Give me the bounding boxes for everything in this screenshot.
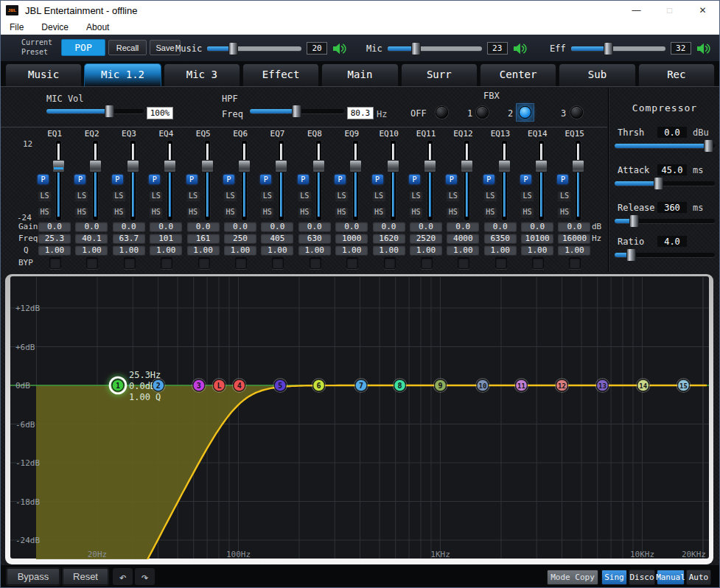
eq-q-value[interactable]: 1.00 — [410, 245, 442, 255]
menu-item-about[interactable]: About — [77, 22, 118, 32]
tab-center[interactable]: Center — [480, 63, 556, 86]
eq-gain-slider[interactable] — [238, 141, 251, 220]
eq-response-graph[interactable]: +12dB+6dB0dB-6dB-12dB-18dB-24dB20Hz100Hz… — [1, 273, 720, 567]
tab-sub[interactable]: Sub — [559, 63, 635, 86]
eq-freq-value[interactable]: 630 — [298, 234, 331, 243]
eq-freq-value[interactable]: 16000 — [558, 234, 590, 243]
high-shelf-button[interactable]: HS — [74, 207, 88, 217]
eq-bypass-checkbox[interactable] — [235, 257, 247, 269]
peak-filter-button[interactable]: P — [520, 175, 531, 184]
eq-slider-thumb[interactable] — [572, 160, 584, 172]
eq-point-15[interactable]: 15 — [677, 379, 691, 393]
minimize-button[interactable]: — — [620, 1, 653, 20]
eq-q-value[interactable]: 1.00 — [558, 245, 590, 255]
eq-gain-slider[interactable] — [387, 141, 400, 220]
eq-freq-value[interactable]: 250 — [224, 234, 256, 243]
eq-bypass-checkbox[interactable] — [124, 257, 136, 269]
redo-icon[interactable]: ↷ — [135, 568, 155, 585]
eq-gain-value[interactable]: 0.0 — [75, 222, 108, 231]
slider[interactable] — [250, 105, 344, 117]
eq-q-value[interactable]: 1.00 — [38, 245, 71, 255]
slider-thumb[interactable] — [629, 214, 639, 228]
eq-bypass-checkbox[interactable] — [346, 257, 358, 269]
compressor-param-value[interactable]: 4.0 — [657, 236, 687, 247]
eq-q-value[interactable]: 1.00 — [521, 245, 553, 255]
peak-filter-button[interactable]: P — [74, 175, 85, 184]
eq-gain-value[interactable]: 0.0 — [447, 222, 479, 231]
tab-mic-1-2[interactable]: Mic 1.2 — [84, 63, 161, 86]
eq-freq-value[interactable]: 1620 — [373, 234, 405, 243]
eq-point-L[interactable]: L — [212, 379, 226, 393]
peak-filter-button[interactable]: P — [298, 175, 309, 184]
eq-gain-value[interactable]: 0.0 — [298, 222, 331, 231]
high-shelf-button[interactable]: HS — [557, 207, 571, 217]
fbx-radio-off[interactable] — [436, 106, 448, 119]
eq-freq-value[interactable]: 4000 — [447, 234, 479, 243]
mode-button-sing[interactable]: Sing — [601, 570, 627, 585]
tab-effect[interactable]: Effect — [242, 63, 319, 86]
eq-gain-slider[interactable] — [349, 141, 363, 220]
eq-gain-value[interactable]: 0.0 — [410, 222, 442, 231]
eq-gain-value[interactable]: 0.0 — [187, 222, 220, 231]
slider-thumb[interactable] — [292, 105, 301, 118]
eq-gain-value[interactable]: 0.0 — [558, 222, 590, 231]
eq-point-5[interactable]: 5 — [273, 379, 287, 393]
eq-freq-value[interactable]: 63.7 — [113, 234, 145, 243]
bypass-button[interactable]: Bypass — [7, 568, 60, 585]
slider[interactable] — [615, 178, 715, 189]
eq-q-value[interactable]: 1.00 — [150, 245, 182, 255]
compressor-param-value[interactable]: 0.0 — [657, 127, 687, 138]
eq-point-11[interactable]: 11 — [514, 379, 528, 393]
tab-mic-3[interactable]: Mic 3 — [164, 63, 240, 86]
eq-gain-value[interactable]: 0.0 — [224, 222, 256, 231]
speaker-icon[interactable] — [513, 43, 527, 55]
eq-slider-thumb[interactable] — [52, 160, 65, 172]
eq-bypass-checkbox[interactable] — [569, 257, 581, 269]
low-shelf-button[interactable]: LS — [149, 191, 163, 200]
low-shelf-button[interactable]: LS — [186, 191, 200, 200]
eq-gain-value[interactable]: 0.0 — [373, 222, 405, 231]
eq-bypass-checkbox[interactable] — [161, 257, 172, 269]
eq-slider-thumb[interactable] — [535, 160, 548, 172]
eq-slider-thumb[interactable] — [387, 160, 399, 172]
slider[interactable] — [388, 43, 482, 55]
high-shelf-button[interactable]: HS — [520, 207, 534, 217]
eq-gain-slider[interactable] — [164, 141, 177, 220]
peak-filter-button[interactable]: P — [112, 175, 123, 184]
eq-point-12[interactable]: 12 — [555, 379, 569, 393]
low-shelf-button[interactable]: LS — [446, 191, 460, 200]
low-shelf-button[interactable]: LS — [112, 191, 126, 200]
high-shelf-button[interactable]: HS — [223, 207, 237, 217]
slider-thumb[interactable] — [704, 139, 713, 153]
peak-filter-button[interactable]: P — [260, 175, 271, 184]
eq-freq-value[interactable]: 1000 — [335, 234, 368, 243]
eq-gain-slider[interactable] — [89, 141, 102, 220]
eq-point-13[interactable]: 13 — [595, 379, 609, 393]
close-button[interactable]: ✕ — [686, 1, 719, 20]
undo-icon[interactable]: ↶ — [113, 568, 133, 585]
eq-bypass-checkbox[interactable] — [532, 257, 544, 269]
compressor-param-value[interactable]: 360 — [657, 202, 687, 213]
eq-gain-slider[interactable] — [275, 141, 288, 220]
high-shelf-button[interactable]: HS — [260, 207, 274, 217]
speaker-icon[interactable] — [332, 43, 346, 55]
speaker-icon[interactable] — [696, 43, 710, 55]
eq-gain-slider[interactable] — [52, 141, 66, 220]
slider-thumb[interactable] — [105, 105, 114, 118]
low-shelf-button[interactable]: LS — [335, 191, 349, 200]
recall-button[interactable]: Recall — [108, 40, 147, 55]
low-shelf-button[interactable]: LS — [38, 191, 52, 200]
eq-gain-value[interactable]: 0.0 — [150, 222, 182, 231]
eq-slider-thumb[interactable] — [349, 160, 362, 172]
low-shelf-button[interactable]: LS — [483, 191, 497, 200]
slider[interactable] — [46, 105, 144, 117]
high-shelf-button[interactable]: HS — [483, 207, 497, 217]
eq-point-10[interactable]: 10 — [476, 379, 490, 393]
high-shelf-button[interactable]: HS — [335, 207, 349, 217]
eq-bypass-checkbox[interactable] — [198, 257, 210, 269]
peak-filter-button[interactable]: P — [38, 175, 49, 184]
eq-slider-thumb[interactable] — [89, 160, 102, 172]
slider-thumb[interactable] — [604, 42, 613, 55]
eq-gain-slider[interactable] — [424, 141, 437, 220]
mode-button-disco[interactable]: Disco — [629, 570, 655, 585]
